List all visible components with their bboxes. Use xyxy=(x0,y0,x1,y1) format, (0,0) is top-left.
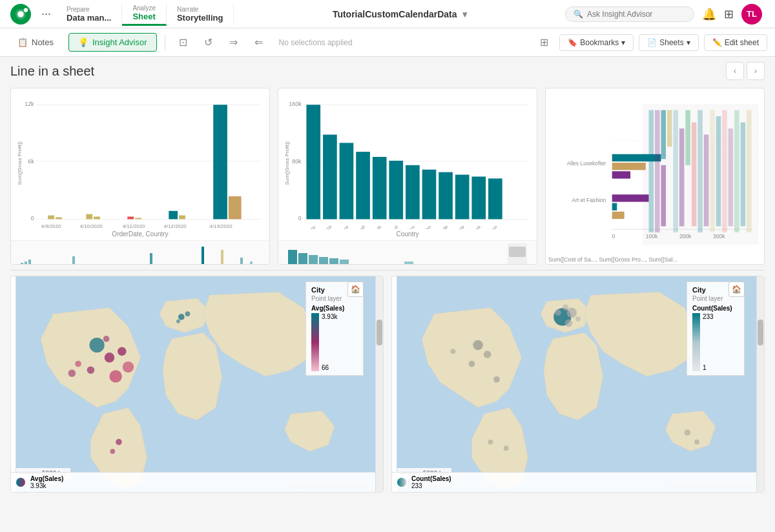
insight-advisor-tab[interactable]: 💡 Insight Advisor xyxy=(68,33,157,52)
svg-text:12k: 12k xyxy=(25,101,34,107)
analyze-sub-label: Analyze xyxy=(132,5,156,12)
bookmarks-button[interactable]: 🔖 Bookmarks ▾ xyxy=(559,34,634,51)
bookmarks-chevron-icon: ▾ xyxy=(621,38,625,47)
svg-rect-12 xyxy=(56,218,62,220)
svg-rect-20 xyxy=(229,196,242,219)
map2-footer-legend: Count(Sales) 233 xyxy=(392,472,764,492)
svg-point-2 xyxy=(17,11,24,17)
prev-page-button[interactable]: ‹ xyxy=(726,62,744,80)
toolbar-icon-1[interactable]: ⊡ xyxy=(173,33,193,52)
svg-text:Austria: Austria xyxy=(452,224,465,229)
svg-point-142 xyxy=(694,440,699,445)
search-icon: 🔍 xyxy=(574,10,583,19)
more-options-icon[interactable]: ··· xyxy=(36,7,56,21)
svg-text:UK: UK xyxy=(375,224,382,229)
svg-rect-70 xyxy=(329,258,338,265)
bar-chart-2: 160k 80k 0 Sum([Gross Profit]) xyxy=(284,94,532,229)
svg-rect-34 xyxy=(250,261,253,265)
toolbar-icon-2[interactable]: ↺ xyxy=(198,33,218,52)
svg-rect-16 xyxy=(135,218,141,220)
edit-sheet-button[interactable]: ✏️ Edit sheet xyxy=(704,34,767,51)
svg-point-132 xyxy=(575,316,581,322)
narrate-sub-label: Narrate xyxy=(177,6,223,13)
svg-point-138 xyxy=(493,376,500,383)
sheets-chevron-icon: ▾ xyxy=(687,38,690,47)
chart-inner-3: Alles Lusekofter Art et Fashion 0 100k 2… xyxy=(546,88,764,255)
svg-point-133 xyxy=(563,305,569,311)
narrate-section[interactable]: Narrate Storytelling xyxy=(167,3,234,25)
grid-view-icon[interactable]: ⊞ xyxy=(534,33,554,52)
svg-rect-51 xyxy=(455,175,470,220)
map2-scrollbar-thumb[interactable] xyxy=(758,320,763,345)
svg-point-130 xyxy=(565,320,573,327)
svg-point-122 xyxy=(178,314,185,320)
bell-icon[interactable]: 🔔 xyxy=(702,7,716,21)
svg-point-126 xyxy=(110,449,115,454)
svg-rect-71 xyxy=(340,260,349,265)
map2-home-button[interactable]: 🏠 xyxy=(728,281,745,297)
svg-rect-47 xyxy=(389,161,403,220)
svg-point-137 xyxy=(451,349,456,354)
dataset-chevron-icon[interactable]: ▾ xyxy=(462,9,467,19)
insight-search[interactable]: 🔍 xyxy=(565,6,694,22)
svg-point-123 xyxy=(185,311,191,316)
map1-scrollbar-thumb[interactable] xyxy=(377,320,382,345)
svg-rect-104 xyxy=(704,134,709,226)
notes-tab[interactable]: 📋 Notes xyxy=(8,33,63,52)
svg-rect-105 xyxy=(710,110,715,232)
map1-scrollbar[interactable] xyxy=(375,276,383,492)
svg-text:Denmark: Denmark xyxy=(466,224,482,229)
svg-point-116 xyxy=(109,370,121,382)
charts-row: 12k 6k 0 Sum([Gross Profit]) xyxy=(0,83,775,270)
svg-rect-88 xyxy=(612,154,661,161)
map2-scrollbar[interactable] xyxy=(756,276,764,492)
svg-rect-19 xyxy=(213,105,227,219)
svg-point-120 xyxy=(123,362,134,373)
svg-point-119 xyxy=(103,336,110,342)
svg-rect-33 xyxy=(240,258,243,265)
sheets-button[interactable]: 📄 Sheets ▾ xyxy=(639,34,698,51)
svg-rect-14 xyxy=(94,217,100,220)
map1-home-button[interactable]: 🏠 xyxy=(347,281,364,297)
bar-chart-3: Alles Lusekofter Art et Fashion 0 100k 2… xyxy=(551,94,759,255)
svg-rect-96 xyxy=(661,110,666,159)
svg-rect-106 xyxy=(716,116,721,226)
search-input[interactable] xyxy=(587,10,677,19)
svg-rect-93 xyxy=(612,212,625,219)
avatar[interactable]: TL xyxy=(741,4,762,25)
qlik-logo[interactable] xyxy=(5,4,36,25)
map1-footer-legend: Avg(Sales) 3.93k xyxy=(11,472,383,492)
svg-text:USA: USA xyxy=(323,224,333,229)
next-page-button[interactable]: › xyxy=(747,62,765,80)
toolbar-icon-4[interactable]: ⇐ xyxy=(249,33,269,52)
svg-rect-107 xyxy=(722,110,727,232)
notes-icon: 📋 xyxy=(17,37,28,47)
svg-text:6k: 6k xyxy=(28,158,34,165)
svg-rect-18 xyxy=(179,216,185,220)
edit-icon: ✏️ xyxy=(712,38,722,47)
svg-rect-49 xyxy=(422,170,437,220)
narrate-main-label: Storytelling xyxy=(177,13,223,23)
svg-rect-11 xyxy=(48,216,54,220)
svg-rect-42 xyxy=(306,105,320,219)
svg-rect-30 xyxy=(150,253,152,265)
svg-text:Alles Lusekofter: Alles Lusekofter xyxy=(567,160,606,167)
svg-rect-97 xyxy=(661,165,666,227)
svg-rect-26 xyxy=(21,263,23,265)
sheets-icon: 📄 xyxy=(647,38,657,47)
svg-text:80k: 80k xyxy=(292,158,302,165)
svg-text:Art et Fashion: Art et Fashion xyxy=(572,197,606,203)
svg-rect-98 xyxy=(667,110,672,147)
grid-icon[interactable]: ⊞ xyxy=(724,7,734,21)
svg-point-141 xyxy=(685,429,691,436)
svg-point-125 xyxy=(116,439,122,445)
svg-point-131 xyxy=(555,309,561,316)
svg-point-134 xyxy=(473,340,482,350)
svg-text:0: 0 xyxy=(31,215,34,221)
svg-point-124 xyxy=(176,320,180,323)
analyze-section[interactable]: Analyze Sheet xyxy=(122,2,167,26)
svg-text:4/12/2020: 4/12/2020 xyxy=(164,223,187,229)
toolbar-icon-3[interactable]: ⇒ xyxy=(223,33,243,52)
toolbar-right: ⊞ 🔖 Bookmarks ▾ 📄 Sheets ▾ ✏️ Edit sheet xyxy=(534,33,767,52)
prepare-section[interactable]: Prepare Data man... xyxy=(56,3,122,25)
